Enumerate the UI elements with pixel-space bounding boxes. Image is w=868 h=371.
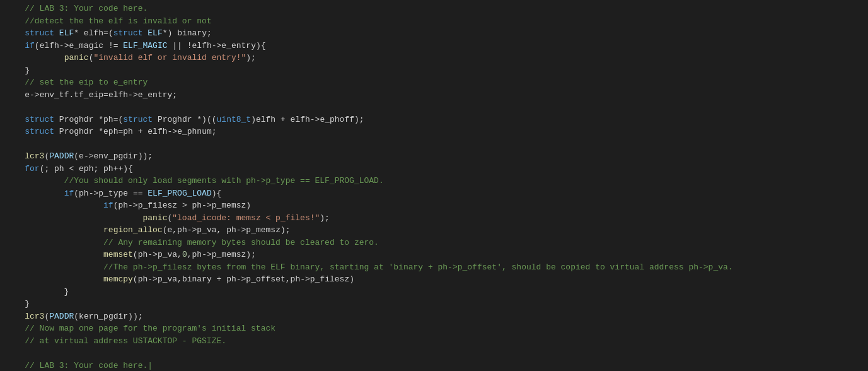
code-line: lcr3(PADDR(kern_pgdir)); <box>0 310 868 323</box>
code-line: struct ELF* elfh=(struct ELF*) binary; <box>0 27 868 40</box>
code-line <box>0 138 868 151</box>
code-line: panic("load_icode: memsz < p_files!"); <box>0 212 868 225</box>
code-line: panic("invalid elf or invalid entry!"); <box>0 52 868 64</box>
code-line: //detect the the elf is invalid or not <box>0 15 868 28</box>
code-line: //The ph->p_filesz bytes from the ELF bi… <box>0 261 868 274</box>
code-line: if(ph->p_type == ELF_PROG_LOAD){ <box>0 187 868 200</box>
code-line: // LAB 3: Your code here.| <box>0 360 868 372</box>
code-line <box>0 347 868 360</box>
code-line: // LAB 3: Your code here. <box>0 3 868 15</box>
code-line: } <box>0 64 868 77</box>
code-line: lcr3(PADDR(e->env_pgdir)); <box>0 150 868 163</box>
code-line: if(ph->p_filesz > ph->p_memsz) <box>0 199 868 212</box>
code-content: // LAB 3: Your code here. //detect the t… <box>0 3 868 371</box>
code-line: // set the eip to e_entry <box>0 76 868 89</box>
code-line: region_alloc(e,ph->p_va, ph->p_memsz); <box>0 224 868 237</box>
code-line: // Now map one page for the program's in… <box>0 322 868 335</box>
code-line: // Any remaining memory bytes should be … <box>0 237 868 249</box>
code-line: } <box>0 286 868 298</box>
code-line: //You should only load segments with ph-… <box>0 175 868 187</box>
code-line: } <box>0 298 868 310</box>
code-line <box>0 101 868 114</box>
code-line: // at virtual address USTACKTOP - PGSIZE… <box>0 335 868 348</box>
code-line: for(; ph < eph; ph++){ <box>0 163 868 175</box>
code-line: e->env_tf.tf_eip=elfh->e_entry; <box>0 89 868 102</box>
code-line: struct Proghdr *ph=(struct Proghdr *)((u… <box>0 114 868 126</box>
code-editor: // LAB 3: Your code here. //detect the t… <box>0 0 868 371</box>
code-line: struct Proghdr *eph=ph + elfh->e_phnum; <box>0 126 868 138</box>
code-line: memset(ph->p_va,0,ph->p_memsz); <box>0 249 868 261</box>
code-line: memcpy(ph->p_va,binary + ph->p_offset,ph… <box>0 273 868 286</box>
code-line: if(elfh->e_magic != ELF_MAGIC || !elfh->… <box>0 40 868 52</box>
